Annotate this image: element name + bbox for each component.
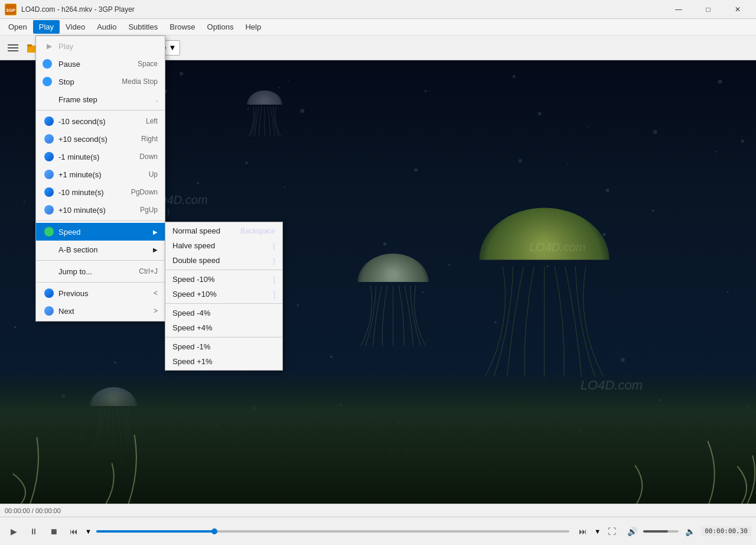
- minimize-button[interactable]: —: [665, 0, 692, 19]
- play-play-label: Play: [58, 42, 146, 51]
- play-icon: ▶: [43, 40, 55, 52]
- speed-minus10pct[interactable]: Speed -10% [: [165, 272, 282, 287]
- pause-menu-icon: [43, 58, 55, 70]
- framestep-icon: [43, 93, 55, 105]
- ab-icon: [43, 244, 55, 255]
- minus10s-icon: [43, 115, 55, 127]
- pause-button[interactable]: ⏸: [25, 523, 43, 540]
- menu-minus10s[interactable]: -10 second(s) Left: [36, 112, 165, 130]
- seek-dropdown[interactable]: ▼: [85, 528, 92, 535]
- menu-video[interactable]: Video: [60, 20, 91, 34]
- menu-jumpto[interactable]: Jump to... Ctrl+J: [36, 262, 165, 280]
- menubar: Open Play Video Audio Subtitles Browse O…: [0, 19, 756, 35]
- speed-normal[interactable]: Normal speed Backspace: [165, 223, 282, 238]
- window-title: LO4D.com - h264.mkv - 3GP Player: [21, 5, 665, 14]
- statusbar: 00:00:00 / 00:00:00: [0, 504, 756, 517]
- menu-play-play[interactable]: ▶ Play: [36, 37, 165, 55]
- plus10s-icon: [43, 133, 55, 145]
- speed-sep-2: [165, 303, 282, 304]
- svg-rect-3: [8, 47, 18, 48]
- menu-audio[interactable]: Audio: [91, 20, 122, 34]
- seek-thumb: [211, 528, 217, 534]
- speed-minus1pct[interactable]: Speed -1%: [165, 339, 282, 354]
- menu-plus10m[interactable]: +10 minute(s) PgUp: [36, 201, 165, 219]
- titlebar: 3GP LO4D.com - h264.mkv - 3GP Player — □…: [0, 0, 756, 19]
- menu-options[interactable]: Options: [201, 20, 240, 34]
- subtitle-dropdown-arrow: ▼: [169, 43, 177, 52]
- svg-rect-4: [8, 50, 18, 51]
- next-icon: [43, 305, 55, 317]
- pause-label: Pause: [58, 60, 126, 69]
- next-button[interactable]: ⏭: [574, 523, 592, 540]
- svg-rect-2: [8, 44, 18, 46]
- svg-text:3GP: 3GP: [6, 8, 16, 13]
- jumpto-icon: [43, 265, 55, 277]
- speed-icon: [43, 226, 55, 238]
- speed-halve[interactable]: Halve speed {: [165, 238, 282, 253]
- speed-plus10pct[interactable]: Speed +10% ]: [165, 287, 282, 301]
- menu-plus10s[interactable]: +10 second(s) Right: [36, 130, 165, 148]
- speed-plus1pct[interactable]: Speed +1%: [165, 354, 282, 369]
- prev-button[interactable]: ⏮: [65, 523, 83, 540]
- menu-play-framestep[interactable]: Frame step .: [36, 90, 165, 108]
- speed-sep-3: [165, 337, 282, 338]
- separator-1: [36, 110, 165, 111]
- menu-browse[interactable]: Browse: [164, 20, 201, 34]
- seek-bar[interactable]: [96, 530, 569, 533]
- stop-button[interactable]: ⏹: [45, 523, 63, 540]
- status-text: 00:00:00 / 00:00:00: [5, 507, 61, 514]
- playlist-icon[interactable]: [4, 38, 22, 57]
- menu-open[interactable]: Open: [2, 20, 33, 34]
- bottom-controls: ▶ ⏸ ⏹ ⏮ ▼ ⏭ ▼ ⛶ 🔊 🔈 00:00:00.30: [0, 517, 756, 545]
- speed-plus4pct[interactable]: Speed +4%: [165, 320, 282, 335]
- separator-4: [36, 282, 165, 283]
- timecode: 00:00:00.30: [701, 526, 751, 536]
- speed-sep-1: [165, 270, 282, 270]
- speed-double[interactable]: Double speed }: [165, 253, 282, 268]
- plus10m-icon: [43, 204, 55, 216]
- volume-bar[interactable]: [643, 530, 679, 533]
- minus10m-icon: [43, 186, 55, 198]
- plus1m-icon: [43, 168, 55, 180]
- speed-submenu: Normal speed Backspace Halve speed { Dou…: [165, 222, 283, 371]
- svg-rect-6: [27, 44, 32, 47]
- next-dropdown[interactable]: ▼: [594, 528, 601, 535]
- mute-button[interactable]: 🔈: [681, 523, 699, 540]
- maximize-button[interactable]: □: [695, 0, 722, 19]
- minus1m-icon: [43, 151, 55, 163]
- separator-3: [36, 260, 165, 261]
- app-icon: 3GP: [5, 4, 17, 15]
- volume-icon[interactable]: 🔊: [623, 523, 641, 540]
- play-button[interactable]: ▶: [5, 523, 22, 540]
- close-button[interactable]: ✕: [724, 0, 751, 19]
- separator-2: [36, 220, 165, 221]
- menu-minus1m[interactable]: -1 minute(s) Down: [36, 148, 165, 166]
- menu-ab-section[interactable]: A-B section ▶: [36, 241, 165, 258]
- menu-play-pause[interactable]: Pause Space: [36, 55, 165, 73]
- play-dropdown-menu: ▶ Play Pause Space Stop Media Stop Frame…: [35, 35, 165, 322]
- framestep-label: Frame step: [58, 95, 144, 104]
- window-controls: — □ ✕: [665, 0, 751, 19]
- menu-play-stop[interactable]: Stop Media Stop: [36, 73, 165, 90]
- menu-plus1m[interactable]: +1 minute(s) Up: [36, 166, 165, 183]
- menu-subtitles[interactable]: Subtitles: [122, 20, 164, 34]
- menu-speed[interactable]: Speed ▶ Normal speed Backspace Halve spe…: [36, 223, 165, 241]
- menu-next[interactable]: Next >: [36, 302, 165, 320]
- menu-play[interactable]: Play: [33, 20, 60, 34]
- speed-minus4pct[interactable]: Speed -4%: [165, 306, 282, 320]
- stop-menu-icon: [43, 76, 55, 87]
- menu-help[interactable]: Help: [239, 20, 267, 34]
- menu-minus10m[interactable]: -10 minute(s) PgDown: [36, 183, 165, 201]
- menu-previous[interactable]: Previous <: [36, 284, 165, 302]
- seek-progress: [96, 530, 214, 533]
- fullscreen-button[interactable]: ⛶: [603, 523, 621, 540]
- previous-icon: [43, 287, 55, 299]
- volume-fill: [643, 530, 668, 533]
- stop-label: Stop: [58, 77, 110, 86]
